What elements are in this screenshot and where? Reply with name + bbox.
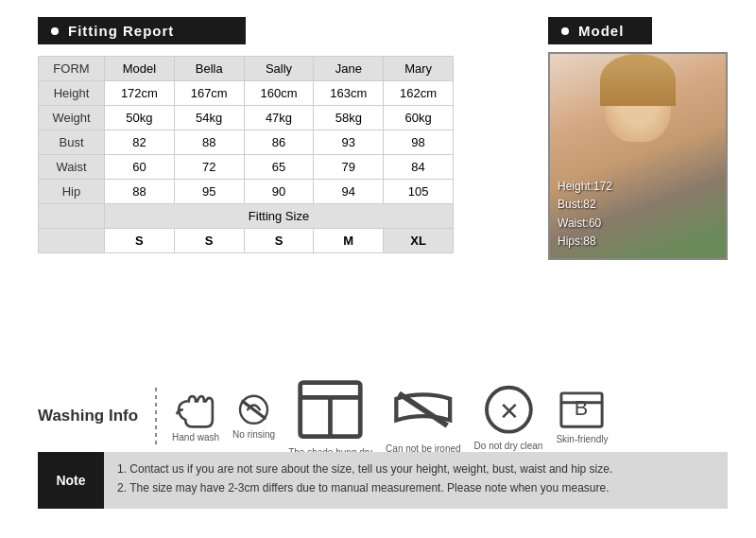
waist-jane: 79: [314, 155, 384, 180]
hip-jane: 94: [314, 180, 384, 204]
no-dry-clean-icon: ✕ Do not dry clean: [474, 380, 543, 451]
weight-row: Weight 50kg 54kg 47kg 58kg 60kg: [39, 106, 454, 130]
washing-label: Washing Info: [38, 407, 138, 425]
waist-row: Waist 60 72 65 79 84: [39, 155, 454, 180]
shade-dry-icon: The shade hung dry: [288, 373, 372, 458]
model-section: Model Height:172 Bust:82 Waist:60 Hips:8…: [548, 17, 728, 260]
model-stats: Height:172 Bust:82 Waist:60 Hips:88: [558, 178, 612, 251]
washing-divider: [155, 388, 157, 444]
size-empty: [39, 229, 105, 253]
model-title-bar: Model: [548, 17, 652, 44]
title-dot: [51, 27, 59, 35]
waist-model: 60: [105, 155, 175, 180]
size-row: S S S M XL: [39, 229, 454, 253]
hip-bella: 95: [174, 180, 244, 204]
washing-section: Washing Info Hand wash No rinsing: [38, 373, 728, 458]
height-bella: 167cm: [174, 81, 244, 106]
hip-row: Hip 88 95 90 94 105: [39, 180, 454, 204]
bust-row: Bust 82 88 86 93 98: [39, 130, 454, 155]
model-image-wrapper: Height:172 Bust:82 Waist:60 Hips:88: [548, 52, 728, 260]
bust-jane: 93: [314, 130, 384, 155]
height-row: Height 172cm 167cm 160cm 163cm 162cm: [39, 81, 454, 106]
model-height: Height:172: [558, 178, 612, 196]
height-mary: 162cm: [384, 81, 454, 106]
size-model: S: [105, 229, 175, 253]
hand-wash-icon: Hand wash: [172, 390, 219, 443]
jane-header: Jane: [314, 57, 384, 81]
no-dry-clean-label: Do not dry clean: [474, 441, 543, 451]
form-header: FORM: [39, 57, 105, 81]
hip-label: Hip: [39, 180, 105, 204]
hip-model: 88: [105, 180, 175, 204]
washing-icons: Hand wash No rinsing The shade hung dry: [172, 373, 608, 458]
height-jane: 163cm: [314, 81, 384, 106]
weight-mary: 60kg: [384, 106, 454, 130]
size-sally: S: [244, 229, 314, 253]
note-label: Note: [38, 452, 104, 509]
note-line-2: 2. The size may have 2-3cm differs due t…: [117, 478, 612, 497]
model-bust: Bust:82: [558, 196, 612, 214]
no-rinsing-icon: No rinsing: [232, 391, 275, 441]
skin-friendly-label: Skin-friendly: [556, 434, 608, 444]
fitting-table: FORM Model Bella Sally Jane Mary Height …: [38, 56, 454, 253]
hand-wash-label: Hand wash: [172, 432, 219, 443]
height-label: Height: [39, 81, 105, 106]
waist-bella: 72: [174, 155, 244, 180]
model-title: Model: [578, 23, 624, 39]
weight-jane: 58kg: [314, 106, 384, 130]
no-iron-icon: Can not be ironed: [386, 377, 461, 454]
fitting-size-empty: [39, 204, 105, 229]
bust-mary: 98: [384, 130, 454, 155]
hip-mary: 105: [384, 180, 454, 204]
size-jane: M: [314, 229, 384, 253]
height-model: 172cm: [105, 81, 175, 106]
fitting-report-title-bar: Fitting Report: [38, 17, 246, 44]
weight-label: Weight: [39, 106, 105, 130]
fitting-report-title: Fitting Report: [68, 23, 174, 39]
no-rinsing-label: No rinsing: [232, 429, 275, 440]
model-header: Model: [105, 57, 175, 81]
waist-mary: 84: [384, 155, 454, 180]
note-line-1: 1. Contact us if you are not sure about …: [117, 460, 612, 478]
bust-label: Bust: [39, 130, 105, 155]
bust-model: 82: [105, 130, 175, 155]
weight-bella: 54kg: [174, 106, 244, 130]
waist-sally: 65: [244, 155, 314, 180]
svg-text:✕: ✕: [499, 397, 520, 425]
weight-model: 50kg: [105, 106, 175, 130]
bust-bella: 88: [174, 130, 244, 155]
fitting-size-label: Fitting Size: [105, 204, 454, 229]
svg-text:B: B: [575, 396, 588, 420]
fitting-report-section: Fitting Report FORM Model Bella Sally Ja…: [38, 17, 472, 253]
sally-header: Sally: [244, 57, 314, 81]
table-header-row: FORM Model Bella Sally Jane Mary: [39, 57, 454, 81]
skin-friendly-icon: B Skin-friendly: [556, 388, 608, 444]
model-hips: Hips:88: [558, 233, 612, 251]
svg-line-1: [242, 400, 266, 418]
bella-header: Bella: [174, 57, 244, 81]
weight-sally: 47kg: [244, 106, 314, 130]
waist-label: Waist: [39, 155, 105, 180]
height-sally: 160cm: [244, 81, 314, 106]
size-mary: XL: [384, 229, 454, 253]
model-title-dot: [561, 27, 569, 35]
note-content: 1. Contact us if you are not sure about …: [104, 452, 626, 509]
note-section: Note 1. Contact us if you are not sure a…: [38, 452, 728, 509]
bust-sally: 86: [244, 130, 314, 155]
model-waist: Waist:60: [558, 215, 612, 233]
hip-sally: 90: [244, 180, 314, 204]
mary-header: Mary: [384, 57, 454, 81]
fitting-size-label-row: Fitting Size: [39, 204, 454, 229]
size-bella: S: [174, 229, 244, 253]
